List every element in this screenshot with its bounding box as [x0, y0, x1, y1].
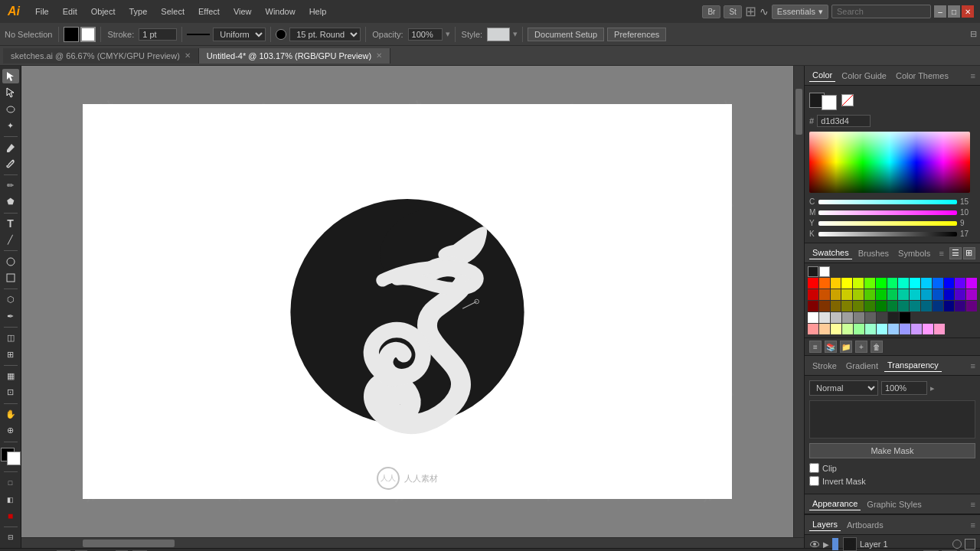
swatch-cell[interactable]	[877, 312, 887, 323]
transparency-options[interactable]: ≡	[971, 361, 975, 370]
brush-select[interactable]: 15 pt. Round	[289, 28, 361, 41]
swatch-cell[interactable]	[819, 289, 830, 300]
selection-tool[interactable]	[2, 69, 19, 83]
swatch-cell[interactable]	[944, 278, 955, 289]
swatch-cell[interactable]	[831, 278, 841, 289]
lasso-tool[interactable]	[2, 102, 19, 116]
zoom-tool[interactable]: ⊕	[2, 423, 19, 438]
swatch-cell[interactable]	[864, 278, 875, 289]
brushes-tab[interactable]: Brushes	[855, 247, 892, 259]
swatch-cell[interactable]	[841, 301, 852, 311]
stroke-swatch[interactable]	[80, 27, 96, 42]
swatch-cell[interactable]	[831, 324, 841, 334]
artboards-tab[interactable]: Artboards	[844, 519, 887, 531]
swatch-cell[interactable]	[887, 301, 898, 311]
swatch-cell[interactable]	[876, 289, 887, 300]
menu-window[interactable]: Window	[260, 4, 302, 19]
artboard-tool[interactable]: ⊟	[2, 530, 19, 545]
doc-setup-button[interactable]: Document Setup	[528, 28, 604, 41]
swatch-cell[interactable]	[944, 301, 955, 311]
preferences-button[interactable]: Preferences	[607, 28, 666, 41]
menu-view[interactable]: View	[227, 4, 258, 19]
swatches-grid-view[interactable]: ⊞	[963, 247, 975, 259]
swatch-cell[interactable]	[831, 312, 841, 323]
swatch-cell[interactable]	[876, 278, 887, 289]
new-color-group-btn[interactable]: 📁	[840, 341, 852, 353]
tab-close-untitled[interactable]: ✕	[376, 51, 382, 60]
swatch-cell[interactable]	[955, 278, 965, 289]
menu-file[interactable]: File	[29, 4, 55, 19]
opacity-trans-input[interactable]	[881, 381, 927, 395]
full-screen-btn[interactable]: ◼	[2, 508, 19, 523]
color-themes-tab[interactable]: Color Themes	[893, 70, 952, 82]
swatch-cell[interactable]	[955, 289, 965, 300]
fill-swatch[interactable]	[64, 27, 79, 42]
ellipse-tool[interactable]	[2, 254, 19, 269]
stroke-weight-input[interactable]	[139, 28, 177, 41]
swatch-cell[interactable]	[910, 289, 920, 300]
close-button[interactable]: ✕	[962, 5, 974, 18]
swatch-cell[interactable]	[842, 312, 853, 323]
normal-mode-btn[interactable]: □	[2, 475, 19, 490]
swatch-white[interactable]	[819, 266, 830, 277]
style-arrow[interactable]: ▾	[513, 29, 518, 39]
swatch-cell[interactable]	[955, 301, 965, 311]
layers-tab[interactable]: Layers	[809, 518, 841, 531]
swatch-cell[interactable]	[853, 289, 864, 300]
swatch-cell[interactable]	[865, 312, 876, 323]
hex-input[interactable]	[817, 115, 871, 127]
background-color[interactable]	[7, 452, 21, 465]
swatch-cell[interactable]	[842, 324, 853, 334]
swatch-cell[interactable]	[819, 301, 830, 311]
layer-lock-toggle[interactable]	[965, 539, 975, 549]
appearance-options[interactable]: ≡	[971, 500, 975, 509]
swatch-cell[interactable]	[887, 289, 898, 300]
none-swatch[interactable]	[841, 94, 854, 106]
opacity-input[interactable]	[408, 28, 443, 41]
appearance-tab[interactable]: Appearance	[809, 497, 861, 510]
menu-select[interactable]: Select	[155, 4, 191, 19]
swatch-cell[interactable]	[819, 278, 830, 289]
tab-close-sketches[interactable]: ✕	[185, 51, 191, 60]
stock-button[interactable]: St	[724, 5, 741, 18]
layer-row[interactable]: ▶ Layer 1	[805, 535, 980, 551]
swatch-cell[interactable]	[921, 301, 932, 311]
layer-target[interactable]	[952, 540, 962, 549]
magic-wand-tool[interactable]: ✦	[2, 118, 19, 132]
color-panel-options[interactable]: ≡	[971, 71, 975, 80]
graphic-styles-tab[interactable]: Graphic Styles	[864, 498, 925, 510]
swatch-cell[interactable]	[966, 301, 977, 311]
flow-icon[interactable]: ∿	[760, 5, 769, 18]
show-swatch-kinds-btn[interactable]: ≡	[809, 341, 822, 353]
swatch-cell[interactable]	[921, 278, 932, 289]
search-input[interactable]	[831, 5, 931, 18]
layers-options[interactable]: ≡	[971, 520, 975, 530]
swatch-cell[interactable]	[900, 312, 910, 323]
horizontal-scrollbar[interactable]	[21, 537, 804, 548]
gradient-tool[interactable]: ◫	[2, 331, 19, 345]
swatches-tab[interactable]: Swatches	[809, 246, 852, 259]
swatch-cell[interactable]	[898, 278, 909, 289]
paintbrush-tool[interactable]	[2, 156, 19, 171]
swatch-cell[interactable]	[819, 312, 830, 323]
swatch-cell[interactable]	[923, 324, 933, 334]
swatch-cell[interactable]	[900, 324, 910, 334]
rectangle-tool[interactable]	[2, 271, 19, 285]
swatch-cell[interactable]	[853, 301, 864, 311]
menu-object[interactable]: Object	[85, 4, 122, 19]
swatch-cell[interactable]	[910, 301, 920, 311]
swatch-cell[interactable]	[808, 312, 818, 323]
stroke-tab[interactable]: Stroke	[809, 360, 840, 372]
swatch-cell[interactable]	[841, 289, 852, 300]
swatch-cell[interactable]	[808, 324, 818, 334]
color-spectrum[interactable]	[809, 132, 970, 193]
style-preview[interactable]	[487, 28, 510, 41]
pen-tool[interactable]	[2, 140, 19, 155]
screen-mode-btn[interactable]: ◧	[2, 492, 19, 507]
swatch-cell[interactable]	[888, 312, 899, 323]
swatch-cell[interactable]	[911, 324, 922, 334]
swatch-cell[interactable]	[933, 289, 943, 300]
canvas-area[interactable]: 素材AAA素材AAA素材 AAA素材AAA素材AAA 素材AAA素材AAA素材 …	[21, 66, 793, 537]
swatch-cell[interactable]	[808, 278, 818, 289]
menu-help[interactable]: Help	[303, 4, 333, 19]
